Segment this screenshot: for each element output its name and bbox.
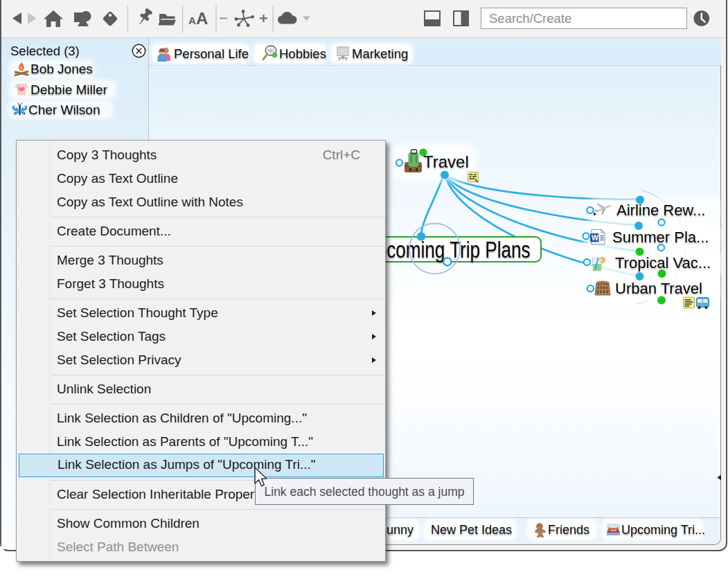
svg-text:A: A: [196, 9, 208, 28]
svg-text:A: A: [188, 15, 196, 26]
